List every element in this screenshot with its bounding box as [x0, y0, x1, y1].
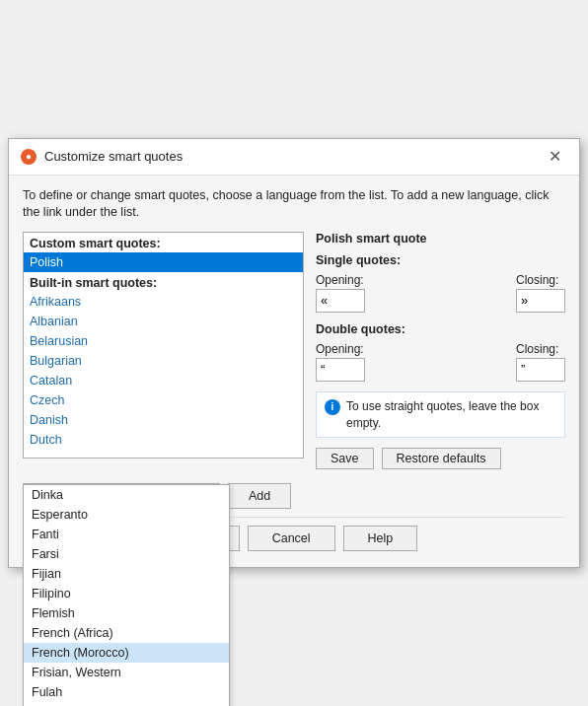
list-item-danish[interactable]: Danish	[24, 410, 303, 430]
double-quotes-label: Double quotes:	[316, 322, 565, 336]
dialog-title: Customize smart quotes	[44, 149, 183, 164]
dropdown-item-french-africa[interactable]: French (Africa)	[24, 623, 229, 643]
dropdown-item-flemish[interactable]: Flemish	[24, 603, 229, 623]
single-opening-label: Opening:	[316, 273, 365, 287]
builtin-header: Built-in smart quotes:	[24, 272, 303, 292]
dropdown-item-fijian[interactable]: Fijian	[24, 564, 229, 584]
dialog-body: To define or change smart quotes, choose…	[9, 176, 579, 568]
add-button[interactable]: Add	[228, 483, 291, 509]
dropdown-item-farsi[interactable]: Farsi	[24, 544, 229, 564]
save-button[interactable]: Save	[316, 448, 374, 469]
dropdown-item-filipino[interactable]: Filipino	[24, 584, 229, 603]
dropdown-item-dinka[interactable]: Dinka	[24, 485, 229, 505]
close-button[interactable]: ✕	[543, 147, 567, 167]
list-item-dutch[interactable]: Dutch	[24, 430, 303, 450]
double-opening-label: Opening:	[316, 342, 365, 356]
restore-button[interactable]: Restore defaults	[382, 448, 501, 469]
double-quotes-row: Opening: Closing:	[316, 342, 565, 382]
main-row: Custom smart quotes: Polish Built-in sma…	[23, 232, 565, 474]
dropdown-item-fanti[interactable]: Fanti	[24, 525, 229, 544]
quote-panel: Polish smart quote Single quotes: Openin…	[316, 232, 565, 474]
single-opening-input[interactable]	[316, 289, 365, 313]
custom-header: Custom smart quotes:	[24, 233, 303, 252]
dropdown-item-galician[interactable]: Galician	[24, 702, 229, 706]
list-item-polish[interactable]: Polish	[24, 252, 303, 272]
quote-panel-title: Polish smart quote	[316, 232, 565, 246]
single-quotes-label: Single quotes:	[316, 253, 565, 267]
list-item-afrikaans[interactable]: Afrikaans	[24, 292, 303, 312]
list-item-catalan[interactable]: Catalan	[24, 371, 303, 390]
app-icon: ●	[21, 149, 37, 165]
dropdown-popup[interactable]: Dinka Esperanto Fanti Farsi Fijian Filip…	[23, 484, 230, 706]
info-row: i To use straight quotes, leave the box …	[316, 391, 565, 439]
list-item-albanian[interactable]: Albanian	[24, 312, 303, 331]
info-icon: i	[325, 399, 340, 415]
dropdown-item-fulah[interactable]: Fulah	[24, 682, 229, 702]
help-button[interactable]: Help	[343, 526, 418, 551]
lang-list-panel: Custom smart quotes: Polish Built-in sma…	[23, 232, 304, 474]
quote-actions: Save Restore defaults	[316, 448, 565, 469]
double-opening-group: Opening:	[316, 342, 365, 382]
title-bar-left: ● Customize smart quotes	[21, 149, 183, 165]
title-bar: ● Customize smart quotes ✕	[9, 139, 579, 176]
single-closing-input[interactable]	[516, 289, 565, 313]
dropdown-item-esperanto[interactable]: Esperanto	[24, 505, 229, 525]
list-item-belarusian[interactable]: Belarusian	[24, 331, 303, 351]
cancel-button[interactable]: Cancel	[248, 526, 335, 551]
info-text: To use straight quotes, leave the box em…	[346, 398, 556, 432]
double-closing-input[interactable]	[516, 358, 565, 382]
single-quotes-row: Opening: Closing:	[316, 273, 565, 313]
single-opening-group: Opening:	[316, 273, 365, 313]
list-item-czech[interactable]: Czech	[24, 390, 303, 410]
lang-list-box: Custom smart quotes: Polish Built-in sma…	[23, 232, 304, 459]
double-closing-group: Closing:	[516, 342, 565, 382]
dropdown-item-frisian[interactable]: Frisian, Western	[24, 663, 229, 682]
double-closing-label: Closing:	[516, 342, 565, 356]
dropdown-item-french-morocco[interactable]: French (Morocco)	[24, 643, 229, 663]
list-item-bulgarian[interactable]: Bulgarian	[24, 351, 303, 371]
double-opening-input[interactable]	[316, 358, 365, 382]
lang-list-inner[interactable]: Custom smart quotes: Polish Built-in sma…	[24, 233, 303, 458]
customize-dialog: ● Customize smart quotes ✕ To define or …	[8, 138, 580, 569]
description-text: To define or change smart quotes, choose…	[23, 187, 565, 222]
single-closing-group: Closing:	[516, 273, 565, 313]
single-closing-label: Closing:	[516, 273, 565, 287]
